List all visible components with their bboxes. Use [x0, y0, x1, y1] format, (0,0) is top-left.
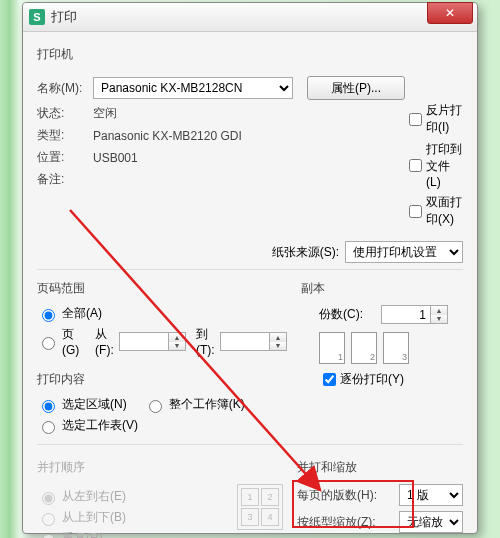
comment-label: 备注:: [37, 171, 93, 188]
divider-2: [37, 444, 463, 445]
type-value: Panasonic KX-MB2120 GDI: [93, 129, 242, 143]
paper-source-select[interactable]: 使用打印机设置: [345, 241, 463, 263]
range-pages-radio[interactable]: [42, 337, 55, 350]
reverse-checkbox[interactable]: [409, 113, 422, 126]
to-label: 到(T):: [196, 326, 216, 357]
content-selection-radio[interactable]: [42, 400, 55, 413]
scale-label: 按纸型缩放(Z):: [297, 514, 399, 531]
range-all-radio[interactable]: [42, 309, 55, 322]
order-repeat-label: 重复(R): [62, 530, 103, 538]
reverse-label: 反片打印(I): [426, 102, 463, 136]
order-repeat-radio: [42, 534, 55, 539]
scale-select[interactable]: 无缩放: [399, 511, 463, 533]
order-preview-icon: 1234: [237, 484, 283, 530]
to-spinner[interactable]: ▲▼: [220, 332, 287, 351]
to-input[interactable]: [221, 333, 269, 350]
content-workbook-radio[interactable]: [149, 400, 162, 413]
properties-button[interactable]: 属性(P)...: [307, 76, 405, 100]
dialog-title: 打印: [51, 8, 427, 26]
range-section-title: 页码范围: [37, 280, 287, 297]
copies-input[interactable]: [382, 306, 430, 323]
status-value: 空闲: [93, 105, 117, 122]
per-page-select[interactable]: 1 版: [399, 484, 463, 506]
printer-section-title: 打印机: [37, 46, 463, 63]
type-label: 类型:: [37, 127, 93, 144]
close-button[interactable]: ✕: [427, 2, 473, 24]
scale-section-title: 并打和缩放: [297, 459, 463, 476]
printer-name-select[interactable]: Panasonic KX-MB2128CN: [93, 77, 293, 99]
status-label: 状态:: [37, 105, 93, 122]
order-section-title: 并打顺序: [37, 459, 283, 476]
tofile-checkbox[interactable]: [409, 159, 422, 172]
where-label: 位置:: [37, 149, 93, 166]
duplex-checkbox[interactable]: [409, 205, 422, 218]
copies-label: 份数(C):: [319, 306, 381, 323]
titlebar: S 打印 ✕: [23, 3, 477, 32]
collate-label: 逐份打印(Y): [340, 371, 404, 388]
order-tb-label: 从上到下(B): [62, 509, 126, 526]
source-label: 纸张来源(S):: [272, 244, 339, 261]
from-spinner[interactable]: ▲▼: [119, 332, 186, 351]
app-icon: S: [29, 9, 45, 25]
content-section-title: 打印内容: [37, 371, 287, 388]
content-sheets-radio[interactable]: [42, 421, 55, 434]
copies-section-title: 副本: [301, 280, 463, 297]
from-label: 从(F):: [95, 326, 115, 357]
name-label: 名称(M):: [37, 80, 93, 97]
content-sheets-label: 选定工作表(V): [62, 417, 138, 434]
tofile-label: 打印到文件(L): [426, 141, 463, 189]
collate-preview-icon: 1 2 3: [319, 332, 463, 364]
order-lr-label: 从左到右(E): [62, 488, 126, 505]
print-dialog: S 打印 ✕ 打印机 名称(M): Panasonic KX-MB2128CN …: [22, 2, 478, 534]
collate-checkbox[interactable]: [323, 373, 336, 386]
order-lr-radio: [42, 492, 55, 505]
range-pages-label: 页(G): [62, 326, 81, 357]
range-all-label: 全部(A): [62, 305, 102, 322]
divider: [37, 269, 463, 270]
duplex-label: 双面打印(X): [426, 194, 463, 228]
where-value: USB001: [93, 151, 138, 165]
order-tb-radio: [42, 513, 55, 526]
copies-spinner[interactable]: ▲▼: [381, 305, 448, 324]
per-page-label: 每页的版数(H):: [297, 487, 399, 504]
content-selection-label: 选定区域(N): [62, 396, 127, 413]
from-input[interactable]: [120, 333, 168, 350]
content-workbook-label: 整个工作簿(K): [169, 396, 245, 413]
